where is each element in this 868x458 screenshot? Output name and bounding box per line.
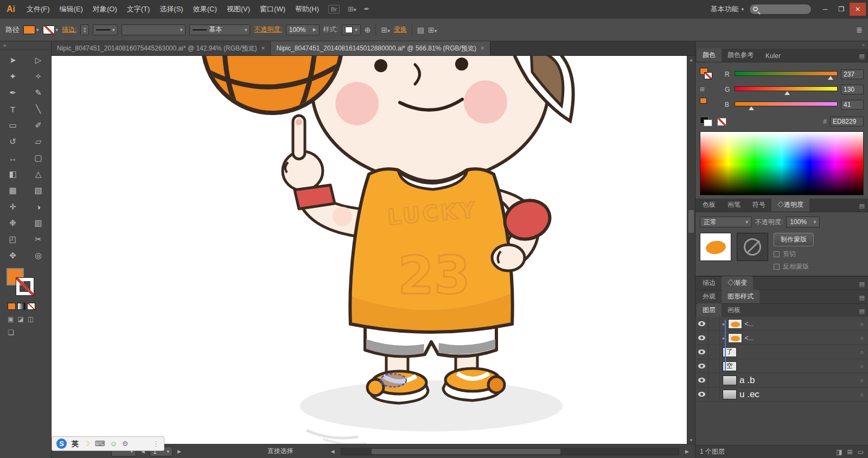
target-icon[interactable]: ○	[860, 377, 864, 384]
panel-menu-icon[interactable]: ▤	[859, 281, 867, 290]
search-box[interactable]	[749, 4, 812, 15]
document-setup-icon[interactable]: ⊕	[365, 26, 371, 34]
lock-toggle[interactable]	[711, 373, 720, 387]
slider-thumb[interactable]	[749, 106, 754, 110]
stroke-weight-field[interactable]: ▴▾	[80, 24, 89, 35]
vertical-scroll-thumb[interactable]	[688, 210, 694, 233]
search-input[interactable]	[760, 5, 803, 13]
tab-画笔[interactable]: 画笔	[722, 198, 746, 212]
lasso-tool[interactable]: ✧	[25, 68, 51, 85]
gradient-mode-icon[interactable]	[17, 303, 25, 310]
menu-item-6[interactable]: 效果(C)	[188, 1, 222, 17]
layer-row-6[interactable]: u .ec○	[695, 387, 868, 402]
dock-collapse-icon[interactable]: »	[695, 41, 868, 49]
blend-tool[interactable]: ◑	[25, 199, 51, 215]
draw-normal-icon[interactable]: ▣	[8, 315, 14, 323]
shape-builder-tool[interactable]: ◧	[0, 166, 25, 182]
invert-mask-checkbox[interactable]	[774, 264, 780, 270]
transparency-opacity-dropdown[interactable]: 100% ▾	[786, 217, 820, 227]
menu-item-4[interactable]: 文字(T)	[122, 1, 155, 17]
new-layer-icon[interactable]: ⊞	[847, 448, 853, 456]
tab-颜色参考[interactable]: 颜色参考	[722, 48, 760, 62]
tab-图层[interactable]: 图层	[697, 303, 722, 317]
slider-thumb[interactable]	[828, 76, 833, 80]
selected-object-highlight[interactable]	[380, 374, 406, 387]
color-mode-icon[interactable]	[8, 303, 16, 310]
fill-stroke-control[interactable]	[7, 268, 40, 298]
doc-tab-2[interactable]: Nipic_8047451_20140816145012880000.ai* @…	[271, 41, 490, 55]
rotate-tool[interactable]: ↺	[0, 133, 25, 150]
tab-外观[interactable]: 外观	[697, 290, 722, 303]
close-tab-icon[interactable]: ×	[481, 44, 484, 52]
eyedropper-tool[interactable]: ✛	[0, 199, 25, 215]
language-badge[interactable]: 英	[72, 439, 79, 449]
rectangle-tool[interactable]: ▭	[0, 117, 25, 133]
invert-mask-checkbox-row[interactable]: 反相蒙版	[774, 262, 814, 271]
visibility-toggle[interactable]	[695, 331, 709, 345]
tab-符号[interactable]: 符号	[746, 198, 771, 212]
tab-画板[interactable]: 画板	[722, 303, 746, 317]
doc-tab-1[interactable]: Nipic_8047451_20140816075445263000.ai* @…	[52, 41, 271, 55]
target-icon[interactable]: ○	[860, 335, 864, 341]
paintbrush-tool[interactable]: ✐	[25, 117, 51, 133]
menu-item-2[interactable]: 编辑(E)	[55, 1, 88, 17]
right-hand[interactable]	[492, 245, 525, 271]
emoji-icon[interactable]: ☺	[110, 440, 117, 448]
visibility-toggle[interactable]	[695, 359, 709, 373]
horizontal-scrollbar[interactable]	[341, 448, 679, 455]
lock-toggle[interactable]	[711, 359, 720, 373]
magic-wand-tool[interactable]: ✦	[0, 68, 25, 85]
style-dropdown[interactable]: ▾	[342, 24, 361, 35]
settings-wrench-icon[interactable]: ⚙	[122, 440, 129, 448]
target-icon[interactable]: ○	[860, 321, 864, 327]
spinner-icons[interactable]: ▴▾	[84, 27, 86, 33]
toolbar-collapse[interactable]: «	[0, 41, 51, 50]
visibility-toggle[interactable]	[695, 373, 709, 387]
menu-item-7[interactable]: 视图(V)	[222, 1, 255, 17]
menu-item-1[interactable]: 文件(F)	[22, 1, 55, 17]
stroke-color-dropdown[interactable]: ▾	[43, 26, 59, 34]
column-graph-tool[interactable]: ▥	[25, 215, 51, 231]
menu-item-3[interactable]: 对象(O)	[88, 1, 122, 17]
tab-Kuler[interactable]: Kuler	[760, 50, 787, 62]
panel-menu-icon[interactable]: ▤	[859, 294, 867, 303]
visibility-toggle[interactable]	[695, 387, 709, 401]
out-of-gamut-icon[interactable]: ⊞	[700, 86, 705, 93]
scroll-down-icon[interactable]: ▼	[687, 436, 695, 444]
tab-颜色[interactable]: 颜色	[697, 48, 722, 62]
share-feather-icon[interactable]: ✒	[364, 5, 370, 13]
bridge-icon[interactable]: Br	[328, 5, 340, 14]
channel-slider-R[interactable]	[735, 70, 838, 79]
restore-button[interactable]: ❐	[833, 3, 850, 16]
color-spectrum[interactable]	[700, 131, 864, 195]
zoom-tool[interactable]: ◎	[25, 247, 51, 264]
none-swatch[interactable]	[717, 118, 726, 126]
clip-checkbox-row[interactable]: 剪切	[774, 250, 814, 259]
visibility-toggle[interactable]	[695, 317, 709, 330]
free-transform-tool[interactable]: ▢	[25, 150, 51, 166]
new-sublayer-icon[interactable]: ◨	[836, 448, 842, 456]
line-segment-tool[interactable]: ╲	[25, 101, 51, 117]
selection-tool[interactable]: ➤	[0, 52, 25, 68]
menu-item-8[interactable]: 窗口(W)	[255, 1, 290, 17]
channel-value-G[interactable]: 130	[841, 85, 864, 94]
tab-图形样式[interactable]: 图形样式	[722, 290, 760, 303]
blend-mode-dropdown[interactable]: 正常 ▾	[700, 217, 752, 227]
target-icon[interactable]: ○	[860, 391, 864, 398]
close-tab-icon[interactable]: ×	[261, 44, 265, 52]
menu-item-5[interactable]: 选择(S)	[155, 1, 188, 17]
scale-tool[interactable]: ▱	[25, 133, 51, 150]
arrange-documents-icon[interactable]: ⊞▾	[348, 5, 356, 13]
panel-fill-stroke[interactable]	[700, 68, 714, 81]
transform-link[interactable]: 变换	[394, 25, 407, 34]
vertical-scrollbar[interactable]: ▲ ▼	[687, 56, 695, 444]
gamut-color-chip[interactable]	[700, 98, 707, 104]
target-icon[interactable]: ○	[860, 363, 864, 370]
channel-value-B[interactable]: 41	[841, 100, 864, 110]
opacity-link[interactable]: 不透明度:	[254, 25, 282, 34]
menu-item-9[interactable]: 帮助(H)	[290, 1, 324, 17]
artwork-canvas[interactable]: LUCKY 23	[52, 56, 687, 444]
none-mode-icon[interactable]	[27, 303, 35, 310]
object-thumbnail[interactable]	[700, 233, 731, 261]
scroll-right-icon[interactable]: ▶	[684, 449, 691, 454]
